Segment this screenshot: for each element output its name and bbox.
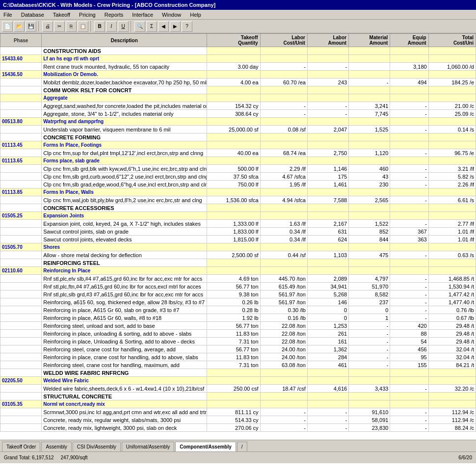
table-row[interactable]: 01113.85 Forms In Place, Walls <box>0 188 476 196</box>
tb-arrow-right[interactable]: ▶ <box>170 21 181 32</box>
table-row[interactable]: 01505.25 Expansion Joints <box>0 212 476 220</box>
tb-paste[interactable]: 📋 <box>78 21 88 32</box>
table-row[interactable]: Clp cnc frm,sup for dwl,plnt tmpl,12'12'… <box>0 149 476 157</box>
tb-bold[interactable]: B <box>94 21 105 32</box>
menu-window[interactable]: Window <box>160 11 183 18</box>
cell-la: 175 <box>307 173 348 181</box>
table-row[interactable]: Clp cnc frm,slb grad,edge,wood,6"hg,4 us… <box>0 181 476 188</box>
menu-takeoff[interactable]: Takeoff <box>52 11 72 18</box>
table-row[interactable]: 01113.65 Forms place, slab grade <box>0 157 476 165</box>
table-row[interactable]: Reinforcing in place, Unloading & Sortin… <box>0 338 476 345</box>
tb-save[interactable]: 💾 <box>26 21 36 32</box>
table-row[interactable]: Expansion joint, cold, keyed, 24 ga, X 7… <box>0 220 476 228</box>
table-row[interactable]: Reinforcing steel, crane cost for handli… <box>0 361 476 369</box>
cell-tcu <box>428 71 476 79</box>
table-row[interactable]: WELDD WIRE FABRIC RNFRCNG <box>0 369 476 377</box>
table-row[interactable]: Rnf stl,plc,ftn,#4 #7,a615,grd 60,inc lb… <box>0 283 476 291</box>
cell-takeoff: 0.28 lb <box>207 306 260 314</box>
cell-lcu: 561.97 /ton <box>260 291 307 298</box>
cell-takeoff: 1,815.00 lf <box>207 236 260 243</box>
cell-la: - <box>307 110 348 118</box>
table-row[interactable]: Clp cnc frm,slb grd,curb,wood,6"12",2 us… <box>0 173 476 181</box>
cell-ma <box>349 267 390 275</box>
tb-sum[interactable]: Σ <box>146 21 157 32</box>
tab-component[interactable]: Component/Assembly <box>175 442 236 451</box>
table-row[interactable]: Aggregt,sand,washed,for concrete,loaded … <box>0 102 476 110</box>
table-row[interactable]: 01505.70 Shores <box>0 243 476 251</box>
menu-file[interactable]: File <box>2 11 14 18</box>
cell-ea <box>390 204 428 212</box>
table-row[interactable]: 00513.80 Watrprfng and dampprfng <box>0 118 476 126</box>
table-row[interactable]: Clp cnc frm,slb grd,blk with kyw,wd,6"h,… <box>0 165 476 173</box>
menu-reports[interactable]: Reports <box>103 11 125 18</box>
cell-phase <box>0 369 42 377</box>
table-row[interactable]: Clp cnc frm,wal,job blt,ply,blw grd,8'h,… <box>0 196 476 204</box>
tb-copy[interactable]: ⎘ <box>66 21 77 32</box>
tb-open[interactable]: 📂 <box>14 21 25 32</box>
table-row[interactable]: Concrete, ready mix, regular weight, sla… <box>0 416 476 424</box>
cell-phase <box>0 181 42 188</box>
table-row[interactable]: Reinforcing steel, crane cost for handli… <box>0 345 476 353</box>
table-row[interactable]: COMM WORK RSLT FOR CONCRT <box>0 86 476 94</box>
table-row[interactable]: Reinforcing in place, A615 Gr 60, slab o… <box>0 306 476 314</box>
cell-phase <box>0 298 42 306</box>
cell-ma <box>349 118 390 126</box>
table-row[interactable]: Allow - shore metal decking for deflecti… <box>0 251 476 259</box>
table-row[interactable]: Aggregate, stone, 3/4" to 1-1/2", includ… <box>0 110 476 118</box>
tab-takeoff-order[interactable]: Takeoff Order <box>2 442 40 451</box>
tb-arrow-left[interactable]: ◀ <box>158 21 169 32</box>
table-row[interactable]: Concrete, ready mix, lightweight, 3000 p… <box>0 424 476 432</box>
cell-lcu <box>260 267 307 275</box>
table-row[interactable]: Reinforcing steel, unload and sort, add … <box>0 322 476 330</box>
table-row[interactable]: Rent crane truck mounted, hydraulic, 55 … <box>0 63 476 71</box>
table-row[interactable]: Scrmnwt,3000 psi,inc lcl agg,and,prt cmn… <box>0 408 476 416</box>
cell-takeoff <box>207 400 260 408</box>
table-row[interactable]: 15436.50 Mobilization Or Demob. <box>0 71 476 79</box>
tb-underline[interactable]: U <box>118 21 129 32</box>
cell-ma <box>349 71 390 79</box>
cell-ea <box>390 133 428 141</box>
cell-phase: 01505.70 <box>0 243 42 251</box>
cell-desc: Mobilzt demblz,dozer,loader,backhoe exca… <box>42 79 207 86</box>
tab-csi-div[interactable]: CSI Div/Assembly <box>73 442 121 451</box>
tb-new[interactable]: 📄 <box>2 21 13 32</box>
table-row[interactable]: REINFORCING STEEL <box>0 259 476 267</box>
table-row[interactable]: CONCRETE FORMING <box>0 133 476 141</box>
table-row[interactable]: Reinforcing in place, unloading & sortin… <box>0 330 476 338</box>
table-row[interactable]: 02110.60 Reinforcing In Place <box>0 267 476 275</box>
tab-extra[interactable]: / <box>237 442 247 451</box>
cell-ma: - <box>349 361 390 369</box>
cell-ea: - <box>390 416 428 424</box>
cell-ma: - <box>349 79 390 86</box>
table-row[interactable]: Rnf stl,plc,slb grd,#3 #7,a615,grd 60,in… <box>0 291 476 298</box>
table-row[interactable]: 15433.60 Lf an hs eqp rtl wth oprt <box>0 55 476 63</box>
table-row[interactable]: Reinforcing in place, A615 Gr 60, walls,… <box>0 314 476 322</box>
tb-zoom[interactable]: 🔍 <box>134 21 145 32</box>
table-row[interactable]: CONSTRUCTION AIDS <box>0 47 476 55</box>
table-row[interactable]: Sawcut control joints, elevated decks 1,… <box>0 236 476 243</box>
table-row[interactable]: Reinforcing, a615 60, sog, thickened edg… <box>0 298 476 306</box>
menu-database[interactable]: Database <box>20 11 46 18</box>
table-row[interactable]: 03105.35 Norml wt concrt,ready mix <box>0 400 476 408</box>
table-row[interactable]: CONCRETE ACCESSORIES <box>0 204 476 212</box>
tb-italic[interactable]: I <box>106 21 117 32</box>
table-row[interactable]: 01113.45 Forms In Place, Footings <box>0 141 476 149</box>
tb-cut[interactable]: ✂ <box>54 21 65 32</box>
table-row[interactable]: Rnf stl,plc,elv slb,#4 #7,a615,grd 60,in… <box>0 275 476 283</box>
table-row[interactable]: Welded wire fabric,sheets,deck,6 x 6 - w… <box>0 385 476 393</box>
table-row[interactable]: STRUCTURAL CONCRETE <box>0 393 476 400</box>
cell-la <box>307 71 348 79</box>
table-row[interactable]: Mobilzt demblz,dozer,loader,backhoe exca… <box>0 79 476 86</box>
table-row[interactable]: Underslab vapor barrier, visqueen membra… <box>0 126 476 133</box>
table-row[interactable]: Reinforcing in place, crane cost for han… <box>0 353 476 361</box>
tab-uniformat[interactable]: Uniformat/Assembly <box>122 442 174 451</box>
tab-assembly[interactable]: Assembly <box>41 442 71 451</box>
menu-pricing[interactable]: Pricing <box>78 11 97 18</box>
tb-help[interactable]: ? <box>182 21 192 32</box>
table-row[interactable]: 02205.50 Welded Wire Fabric <box>0 377 476 385</box>
table-row[interactable]: Sawcut control joints, slab on grade 1,8… <box>0 228 476 236</box>
tb-print[interactable]: 🖨 <box>42 21 53 32</box>
menu-help[interactable]: Help <box>188 11 203 18</box>
table-row[interactable]: Aggregate <box>0 94 476 102</box>
menu-interface[interactable]: Interface <box>131 11 155 18</box>
